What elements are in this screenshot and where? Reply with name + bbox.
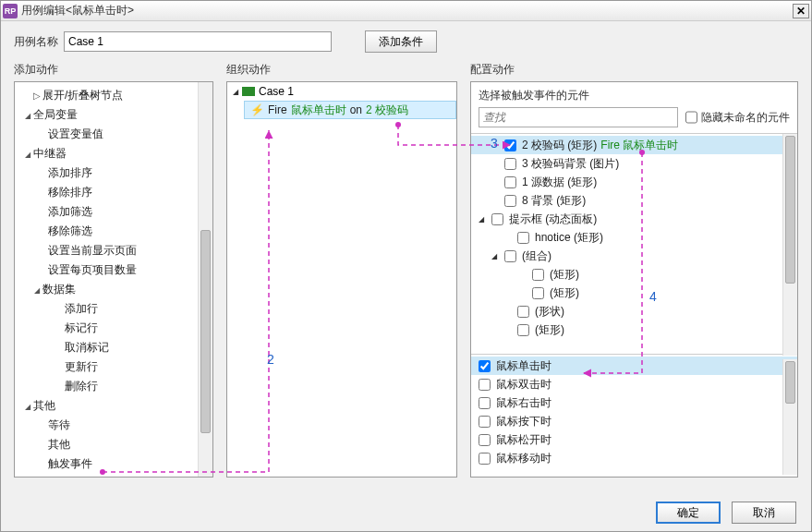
widget-item[interactable]: (形状) xyxy=(471,302,797,320)
widget-checkbox[interactable] xyxy=(532,287,544,299)
case-name-label: 用例名称 xyxy=(14,34,58,50)
cfg-header: 选择被触发事件的元件 xyxy=(471,82,797,107)
event-item[interactable]: 鼠标双击时 xyxy=(471,375,797,393)
widget-checkbox[interactable] xyxy=(517,324,529,336)
top-row: 用例名称 添加条件 xyxy=(1,21,811,62)
widget-list: 2 校验码 (矩形) Fire 鼠标单击时3 校验码背景 (图片)1 源数据 (… xyxy=(471,133,797,354)
app-icon: RP xyxy=(3,4,18,18)
event-item[interactable]: 鼠标移动时 xyxy=(471,449,797,467)
scrollbar[interactable] xyxy=(198,82,212,477)
action-delete-rows[interactable]: 删除行 xyxy=(15,377,212,396)
action-add-rows[interactable]: 添加行 xyxy=(15,299,212,319)
action-unmark-rows[interactable]: 取消标记 xyxy=(15,338,212,357)
widget-item[interactable]: 2 校验码 (矩形) Fire 鼠标单击时 xyxy=(471,136,797,154)
action-group-other[interactable]: 其他 xyxy=(15,396,212,416)
scrollbar[interactable] xyxy=(782,359,797,475)
organize-action-pane: ◢ Case 1 ⚡ Fire 鼠标单击时 on 2 校验码 xyxy=(226,81,457,478)
case-icon xyxy=(242,87,255,96)
event-checkbox[interactable] xyxy=(479,416,491,428)
add-condition-button[interactable]: 添加条件 xyxy=(365,30,437,53)
event-list: 鼠标单击时鼠标双击时鼠标右击时鼠标按下时鼠标松开时鼠标移动时 xyxy=(471,354,797,476)
event-checkbox[interactable] xyxy=(479,379,491,391)
action-remove-filter[interactable]: 移除筛选 xyxy=(15,222,212,241)
action-set-current-page[interactable]: 设置当前显示页面 xyxy=(15,241,212,260)
widget-item[interactable]: hnotice (矩形) xyxy=(471,228,797,247)
ok-button[interactable]: 确定 xyxy=(656,502,721,524)
action-group-dataset[interactable]: 数据集 xyxy=(15,280,212,299)
widget-item[interactable]: (矩形) xyxy=(471,320,797,339)
widget-checkbox[interactable] xyxy=(504,158,516,170)
case-row[interactable]: ◢ Case 1 xyxy=(227,82,456,101)
configure-action-pane: 选择被触发事件的元件 隐藏未命名的元件 2 校验码 (矩形) Fire 鼠标单击… xyxy=(470,81,798,478)
widget-checkbox[interactable] xyxy=(504,250,516,262)
action-mark-rows[interactable]: 标记行 xyxy=(15,319,212,338)
event-checkbox[interactable] xyxy=(479,360,491,372)
dialog-footer: 确定 取消 xyxy=(656,502,796,524)
widget-checkbox[interactable] xyxy=(504,139,516,151)
action-set-variable[interactable]: 设置变量值 xyxy=(15,125,212,144)
widget-checkbox[interactable] xyxy=(491,213,503,225)
widget-search-input[interactable] xyxy=(479,107,678,127)
widget-item[interactable]: 3 校验码背景 (图片) xyxy=(471,154,797,173)
action-add-filter[interactable]: 添加筛选 xyxy=(15,202,212,222)
widget-checkbox[interactable] xyxy=(517,232,529,244)
widget-checkbox[interactable] xyxy=(517,306,529,318)
col3-label: 配置动作 xyxy=(470,62,798,78)
action-wait[interactable]: 等待 xyxy=(15,416,212,435)
fire-event-action-row[interactable]: ⚡ Fire 鼠标单击时 on 2 校验码 xyxy=(244,101,456,119)
widget-item[interactable]: (矩形) xyxy=(471,284,797,302)
event-checkbox[interactable] xyxy=(479,453,491,465)
add-action-pane: 展开/折叠树节点 全局变量 设置变量值 中继器 添加排序 移除排序 添加筛选 移… xyxy=(14,81,213,478)
titlebar: RP 用例编辑<鼠标单击时> ✕ xyxy=(1,1,811,21)
action-other[interactable]: 其他 xyxy=(15,435,212,454)
hide-unnamed-checkbox[interactable]: 隐藏未命名的元件 xyxy=(685,107,790,127)
action-expand-collapse[interactable]: 展开/折叠树节点 xyxy=(15,86,212,105)
action-update-rows[interactable]: 更新行 xyxy=(15,357,212,377)
window-title: 用例编辑<鼠标单击时> xyxy=(21,3,793,18)
cancel-button[interactable]: 取消 xyxy=(732,502,796,524)
event-item[interactable]: 鼠标单击时 xyxy=(471,357,797,375)
event-item[interactable]: 鼠标右击时 xyxy=(471,393,797,412)
widget-checkbox[interactable] xyxy=(504,176,516,188)
widget-item[interactable]: (矩形) xyxy=(471,265,797,284)
scrollbar[interactable] xyxy=(782,134,797,356)
action-group-globals[interactable]: 全局变量 xyxy=(15,105,212,125)
action-group-repeater[interactable]: 中继器 xyxy=(15,144,212,163)
case-editor-dialog: RP 用例编辑<鼠标单击时> ✕ 用例名称 添加条件 添加动作 展开/折叠树节点… xyxy=(0,0,812,532)
event-item[interactable]: 鼠标按下时 xyxy=(471,412,797,430)
action-add-sort[interactable]: 添加排序 xyxy=(15,163,212,183)
widget-item[interactable]: ◢(组合) xyxy=(471,247,797,265)
case-name-input[interactable] xyxy=(64,31,332,52)
event-item[interactable]: 鼠标松开时 xyxy=(471,430,797,449)
action-raise-event[interactable]: 触发事件 xyxy=(15,454,212,474)
widget-checkbox[interactable] xyxy=(504,195,516,207)
lightning-icon: ⚡ xyxy=(250,103,264,116)
col1-label: 添加动作 xyxy=(14,62,213,78)
event-checkbox[interactable] xyxy=(479,434,491,446)
action-set-items-per-page[interactable]: 设置每页项目数量 xyxy=(15,260,212,280)
widget-item[interactable]: ◢提示框 (动态面板) xyxy=(471,210,797,228)
widget-item[interactable]: 1 源数据 (矩形) xyxy=(471,173,797,191)
event-checkbox[interactable] xyxy=(479,397,491,409)
close-button[interactable]: ✕ xyxy=(793,4,809,18)
widget-checkbox[interactable] xyxy=(532,269,544,281)
action-remove-sort[interactable]: 移除排序 xyxy=(15,183,212,202)
col2-label: 组织动作 xyxy=(226,62,457,78)
widget-item[interactable]: 8 背景 (矩形) xyxy=(471,191,797,210)
